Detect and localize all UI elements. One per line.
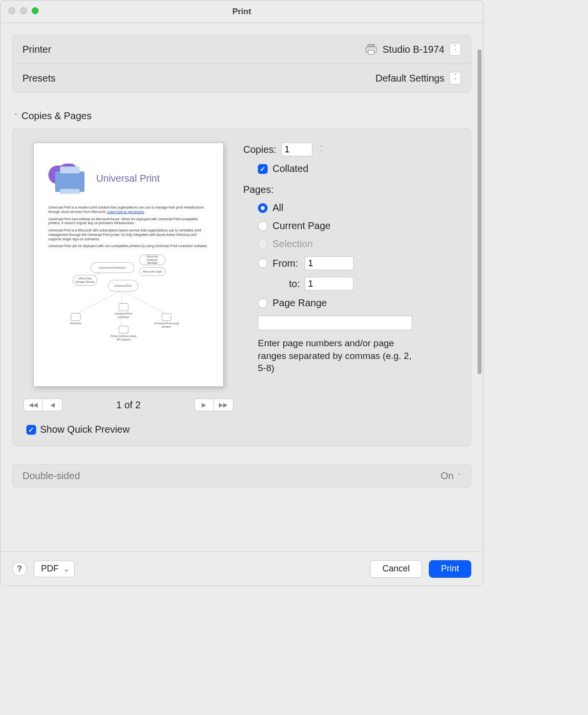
pages-range-row: Page Range — [258, 297, 460, 309]
help-button[interactable]: ? — [12, 562, 27, 576]
presets-row: Presets Default Settings ˄ ˅ — [13, 63, 471, 92]
copies-input[interactable] — [281, 143, 313, 156]
print-dialog: Print Printer Studio B-1974 ˄ ˅ Presets — [0, 0, 483, 586]
printer-icon — [365, 44, 378, 55]
pages-to-input[interactable] — [305, 277, 354, 291]
double-sided-label: Double-sided — [22, 470, 80, 482]
universal-print-logo-icon — [48, 164, 87, 193]
copies-label: Copies: — [243, 144, 276, 155]
copies-row: Copies: ˄ ˅ — [243, 143, 460, 156]
copies-pages-title: Copies & Pages — [21, 110, 91, 122]
pages-label-row: Pages: — [243, 184, 460, 195]
window-zoom-button[interactable] — [32, 7, 39, 14]
pages-selection-radio — [258, 239, 268, 249]
prev-page-button[interactable]: ◀ — [43, 399, 63, 411]
printer-stepper-icon: ˄ ˅ — [449, 43, 461, 56]
presets-select[interactable]: Default Settings ˄ ˅ — [376, 72, 461, 84]
copies-stepper[interactable]: ˄ ˅ — [317, 143, 325, 156]
copies-pages-header[interactable]: ˅ Copies & Pages — [12, 107, 471, 128]
pages-current-radio[interactable] — [258, 221, 268, 231]
printer-select[interactable]: Studio B-1974 ˄ ˅ — [365, 43, 461, 56]
pages-range-label: Page Range — [273, 297, 327, 309]
pages-selection-label: Selection — [273, 238, 313, 250]
pdf-menu-button[interactable]: PDF ⌄ — [34, 561, 75, 577]
page-indicator: 1 of 2 — [116, 400, 141, 411]
pages-from-row: From: — [258, 256, 460, 270]
pages-from-label: From: — [273, 258, 300, 269]
pages-label: Pages: — [243, 184, 273, 195]
pages-range-input-row — [258, 315, 460, 330]
collated-row: ✓ Collated — [258, 163, 460, 174]
cancel-button[interactable]: Cancel — [370, 560, 422, 578]
double-sided-value: On — [441, 470, 454, 482]
window-close-button[interactable] — [8, 7, 15, 14]
presets-value: Default Settings — [376, 73, 444, 84]
pages-from-radio[interactable] — [258, 258, 268, 268]
pages-all-label: All — [273, 202, 283, 213]
scrollbar[interactable] — [478, 49, 482, 374]
pages-all-row: All — [258, 202, 460, 213]
form-column: Copies: ˄ ˅ ✓ Collated Pages: All — [243, 143, 460, 435]
presets-stepper-icon: ˄ ˅ — [449, 72, 461, 84]
pages-from-input[interactable] — [305, 256, 354, 270]
printer-row: Printer Studio B-1974 ˄ ˅ — [13, 35, 471, 63]
pages-current-label: Current Page — [273, 220, 331, 231]
pager-forward-buttons: ▶ ▶▶ — [194, 399, 233, 411]
double-sided-panel[interactable]: Double-sided On ˄ — [12, 464, 471, 487]
last-page-button[interactable]: ▶▶ — [214, 399, 233, 411]
pages-all-radio[interactable] — [258, 203, 268, 213]
page-range-input[interactable] — [258, 315, 412, 330]
footer: ? PDF ⌄ Cancel Print — [0, 551, 483, 586]
collated-label: Collated — [273, 163, 308, 174]
page-range-helper: Enter page numbers and/or page ranges se… — [258, 337, 414, 375]
window-minimize-button[interactable] — [20, 7, 27, 14]
window-controls — [8, 7, 39, 14]
preview-pager: ◀◀ ◀ 1 of 2 ▶ ▶▶ — [23, 399, 233, 411]
dialog-body: Printer Studio B-1974 ˄ ˅ Presets Defaul… — [0, 23, 483, 551]
page-preview: Universal Print Universal Print is a mod… — [33, 143, 224, 387]
disclosure-icon: ˅ — [14, 112, 18, 120]
show-quick-preview-checkbox[interactable]: ✓ — [26, 425, 36, 435]
printer-label: Printer — [22, 44, 51, 55]
dropdown-icon: ⌄ — [63, 565, 69, 573]
preview-diagram: Azure Active Directory Microsoft Endpoin… — [48, 255, 209, 348]
show-quick-preview-label: Show Quick Preview — [40, 424, 129, 435]
print-button[interactable]: Print — [429, 560, 471, 578]
printer-value: Studio B-1974 — [382, 44, 444, 55]
first-page-button[interactable]: ◀◀ — [23, 399, 43, 411]
preview-doc-title: Universal Print — [96, 172, 160, 185]
pager-back-buttons: ◀◀ ◀ — [23, 399, 63, 411]
pages-to-label: to: — [275, 278, 300, 290]
titlebar: Print — [0, 0, 483, 23]
printer-presets-panel: Printer Studio B-1974 ˄ ˅ Presets Defaul… — [12, 35, 471, 93]
pdf-label: PDF — [41, 564, 59, 574]
show-quick-preview-row: ✓ Show Quick Preview — [26, 424, 129, 435]
copies-pages-panel: Universal Print Universal Print is a mod… — [12, 128, 471, 446]
pages-to-row: to: — [275, 277, 460, 291]
presets-label: Presets — [22, 73, 56, 84]
preview-column: Universal Print Universal Print is a mod… — [23, 143, 233, 435]
collated-checkbox[interactable]: ✓ — [258, 164, 268, 174]
next-page-button[interactable]: ▶ — [194, 399, 214, 411]
pages-current-row: Current Page — [258, 220, 460, 231]
window-title: Print — [0, 7, 483, 17]
svg-rect-2 — [368, 50, 374, 54]
chevron-up-icon: ˄ — [458, 472, 461, 480]
pages-range-radio[interactable] — [258, 298, 268, 308]
pages-selection-row: Selection — [258, 238, 460, 250]
